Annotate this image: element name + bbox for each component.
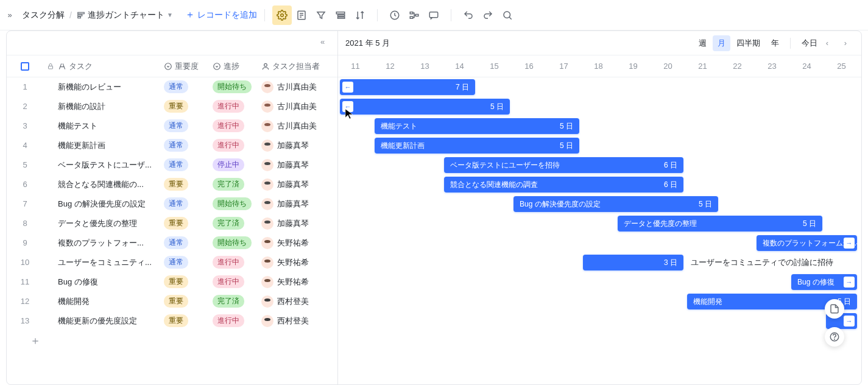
priority-cell[interactable]: 通常 bbox=[164, 158, 213, 171]
table-row[interactable]: 2新機能の設計重要進行中古川真由美 bbox=[7, 97, 337, 116]
progress-cell[interactable]: 開始待ち bbox=[213, 197, 261, 210]
next-button[interactable]: › bbox=[837, 35, 854, 52]
assignee-cell[interactable]: 加藤真琴 bbox=[261, 140, 328, 152]
today-button[interactable]: 今日 bbox=[802, 38, 817, 49]
assignee-cell[interactable]: 西村登美 bbox=[261, 315, 328, 327]
task-cell[interactable]: ベータ版テストにユーザ... bbox=[58, 160, 164, 171]
table-row[interactable]: 10ユーザーをコミュニティ...通常進行中矢野祐希 bbox=[7, 253, 337, 272]
help-float-button[interactable] bbox=[825, 327, 844, 347]
assignee-cell[interactable]: 加藤真琴 bbox=[261, 178, 328, 191]
scale-week[interactable]: 週 bbox=[694, 35, 711, 51]
task-cell[interactable]: Bug の修復 bbox=[58, 277, 164, 288]
scale-quarter[interactable]: 四半期 bbox=[732, 35, 765, 51]
priority-cell[interactable]: 通常 bbox=[164, 197, 213, 210]
task-cell[interactable]: 競合となる関連機能の... bbox=[58, 179, 164, 190]
progress-cell[interactable]: 開始待ち bbox=[213, 80, 261, 93]
add-row-button[interactable]: ＋ bbox=[7, 331, 337, 350]
gantt-bar[interactable]: 3 日 bbox=[583, 255, 683, 270]
task-cell[interactable]: データと優先度の整理 bbox=[58, 218, 164, 229]
settings-button[interactable] bbox=[272, 5, 292, 25]
prev-button[interactable]: ‹ bbox=[819, 35, 836, 52]
progress-cell[interactable]: 進行中 bbox=[213, 314, 261, 327]
progress-cell[interactable]: 進行中 bbox=[213, 275, 261, 288]
group-button[interactable] bbox=[331, 5, 350, 25]
gantt-bar[interactable]: ベータ版テストにユーザーを招待6 日 bbox=[444, 157, 683, 173]
scale-month[interactable]: 月 bbox=[713, 35, 730, 51]
table-row[interactable]: 3機能テスト通常進行中古川真由美 bbox=[7, 116, 337, 136]
table-row[interactable]: 7Bug の解決優先度の設定通常開始待ち加藤真琴 bbox=[7, 194, 337, 214]
filter-button[interactable] bbox=[311, 5, 331, 25]
priority-cell[interactable]: 重要 bbox=[164, 314, 213, 327]
progress-cell[interactable]: 開始待ち bbox=[213, 236, 261, 249]
task-cell[interactable]: 機能テスト bbox=[58, 121, 164, 132]
dependency-button[interactable] bbox=[404, 5, 424, 25]
search-button[interactable] bbox=[498, 5, 517, 25]
priority-cell[interactable]: 重要 bbox=[164, 217, 213, 230]
gantt-body[interactable]: ←7 日←5 日機能テスト5 日機能更新計画5 日ベータ版テストにユーザーを招待… bbox=[338, 77, 861, 384]
task-cell[interactable]: Bug の解決優先度の設定 bbox=[58, 199, 164, 210]
gantt-bar[interactable]: ←7 日 bbox=[340, 79, 475, 95]
priority-cell[interactable]: 通常 bbox=[164, 80, 213, 93]
assignee-cell[interactable]: 加藤真琴 bbox=[261, 198, 328, 210]
task-cell[interactable]: 機能更新の優先度設定 bbox=[58, 316, 164, 327]
progress-cell[interactable]: 進行中 bbox=[213, 256, 261, 269]
table-row[interactable]: 1新機能のレビュー通常開始待ち古川真由美 bbox=[7, 77, 337, 97]
gantt-bar[interactable]: Bug の解決優先度の設定5 日 bbox=[513, 196, 718, 212]
assignee-cell[interactable]: 加藤真琴 bbox=[261, 217, 328, 230]
assignee-cell[interactable]: 加藤真琴 bbox=[261, 159, 328, 171]
redo-button[interactable] bbox=[478, 5, 498, 25]
breadcrumb-view[interactable]: 進捗ガントチャート ▼ bbox=[77, 10, 173, 21]
priority-cell[interactable]: 通常 bbox=[164, 256, 213, 269]
expand-sidebar-icon[interactable]: » bbox=[5, 10, 15, 20]
gantt-bar[interactable]: ←5 日 bbox=[340, 99, 510, 115]
doc-float-button[interactable] bbox=[825, 299, 844, 319]
table-row[interactable]: 5ベータ版テストにユーザ...通常停止中加藤真琴 bbox=[7, 155, 337, 175]
assignee-cell[interactable]: 矢野祐希 bbox=[261, 276, 328, 288]
progress-cell[interactable]: 進行中 bbox=[213, 100, 261, 113]
table-row[interactable]: 4機能更新計画通常進行中加藤真琴 bbox=[7, 136, 337, 155]
collapse-panel-button[interactable]: « bbox=[320, 37, 333, 49]
table-row[interactable]: 6競合となる関連機能の...重要完了済加藤真琴 bbox=[7, 175, 337, 194]
priority-cell[interactable]: 重要 bbox=[164, 178, 213, 191]
table-row[interactable]: 12機能開発重要完了済西村登美 bbox=[7, 292, 337, 311]
gantt-bar[interactable]: 競合となる関連機能の調査6 日 bbox=[444, 177, 683, 192]
task-cell[interactable]: 機能更新計画 bbox=[58, 140, 164, 151]
form-button[interactable] bbox=[292, 5, 311, 25]
sort-button[interactable] bbox=[350, 5, 370, 25]
scale-year[interactable]: 年 bbox=[766, 35, 784, 51]
priority-cell[interactable]: 重要 bbox=[164, 100, 213, 113]
table-row[interactable]: 8データと優先度の整理重要完了済加藤真琴 bbox=[7, 214, 337, 233]
task-cell[interactable]: 新機能のレビュー bbox=[58, 82, 164, 93]
gantt-bar[interactable]: 複数のプラットフォームか...4...→ bbox=[757, 235, 857, 251]
table-row[interactable]: 13機能更新の優先度設定重要進行中西村登美 bbox=[7, 311, 337, 331]
assignee-cell[interactable]: 古川真由美 bbox=[261, 120, 328, 132]
assignee-cell[interactable]: 矢野祐希 bbox=[261, 237, 328, 249]
gantt-bar[interactable]: データと優先度の整理5 日 bbox=[618, 216, 822, 231]
gantt-bar[interactable]: 機能テスト5 日 bbox=[375, 118, 579, 134]
clock-button[interactable] bbox=[385, 5, 404, 25]
undo-button[interactable] bbox=[459, 5, 478, 25]
gantt-bar[interactable]: 機能更新計画5 日 bbox=[375, 138, 579, 154]
priority-cell[interactable]: 通常 bbox=[164, 139, 213, 152]
priority-cell[interactable]: 通常 bbox=[164, 119, 213, 132]
table-row[interactable]: 9複数のプラットフォー...通常開始待ち矢野祐希 bbox=[7, 233, 337, 253]
assignee-cell[interactable]: 西村登美 bbox=[261, 295, 328, 308]
add-record-button[interactable]: ＋ レコードを追加 bbox=[185, 9, 257, 21]
breadcrumb-root[interactable]: タスク分解 bbox=[22, 10, 65, 21]
progress-cell[interactable]: 完了済 bbox=[213, 295, 261, 308]
progress-cell[interactable]: 完了済 bbox=[213, 178, 261, 191]
task-cell[interactable]: 新機能の設計 bbox=[58, 101, 164, 112]
assignee-cell[interactable]: 古川真由美 bbox=[261, 101, 328, 113]
priority-cell[interactable]: 重要 bbox=[164, 295, 213, 308]
assignee-cell[interactable]: 古川真由美 bbox=[261, 81, 328, 93]
select-all-checkbox[interactable] bbox=[21, 62, 29, 71]
progress-cell[interactable]: 進行中 bbox=[213, 139, 261, 152]
task-cell[interactable]: ユーザーをコミュニティ... bbox=[58, 257, 164, 268]
task-cell[interactable]: 機能開発 bbox=[58, 296, 164, 307]
progress-cell[interactable]: 停止中 bbox=[213, 158, 261, 171]
progress-cell[interactable]: 完了済 bbox=[213, 217, 261, 230]
priority-cell[interactable]: 重要 bbox=[164, 275, 213, 288]
table-row[interactable]: 11Bug の修復重要進行中矢野祐希 bbox=[7, 272, 337, 292]
priority-cell[interactable]: 通常 bbox=[164, 236, 213, 249]
gantt-bar[interactable]: Bug の修復→ bbox=[791, 274, 857, 290]
